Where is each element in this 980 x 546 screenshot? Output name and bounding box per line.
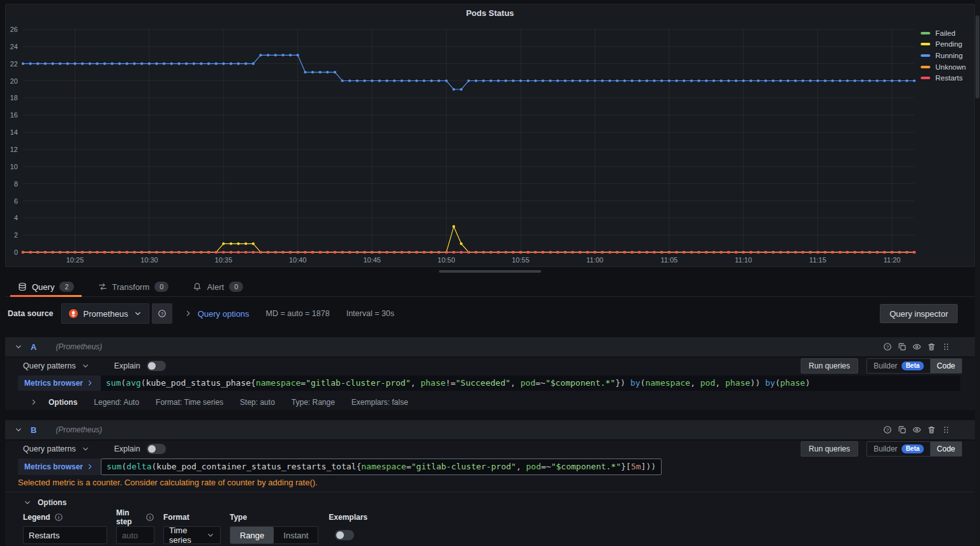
- series-point-running: [59, 63, 61, 65]
- options-summary-item: Exemplars: false: [352, 398, 408, 407]
- run-queries-button[interactable]: Run queries: [801, 358, 859, 374]
- collapse-query-icon[interactable]: [14, 425, 23, 434]
- series-point-running: [505, 79, 507, 82]
- query-help-icon[interactable]: ?: [883, 342, 892, 351]
- svg-text:?: ?: [161, 311, 163, 317]
- datasource-picker[interactable]: Prometheus: [61, 303, 149, 324]
- x-axis-tick: 11:00: [586, 256, 604, 264]
- legend-item-unknown[interactable]: Unknown: [921, 61, 966, 73]
- help-icon: ?: [158, 309, 167, 318]
- series-point-running: [868, 79, 871, 82]
- remove-query-icon[interactable]: [927, 342, 936, 351]
- x-axis-tick: 10:30: [140, 256, 158, 264]
- query-patterns-dropdown[interactable]: Query patterns: [23, 361, 90, 370]
- series-point-running: [839, 79, 842, 82]
- tab-query[interactable]: Query2: [10, 277, 82, 296]
- legend-item-pending[interactable]: Pending: [921, 39, 966, 50]
- explain-toggle[interactable]: [147, 444, 166, 454]
- panel-title[interactable]: Pods Status: [6, 8, 974, 18]
- duplicate-query-icon[interactable]: [898, 425, 907, 434]
- tab-transform[interactable]: Transform0: [91, 277, 177, 296]
- promql-editor-a[interactable]: sum(avg(kube_pod_status_phase{namespace=…: [101, 375, 960, 391]
- legend-swatch: [921, 32, 930, 34]
- query-datasource-hint: (Prometheus): [56, 342, 102, 351]
- exemplars-toggle[interactable]: [335, 530, 354, 540]
- type-option-range[interactable]: Range: [230, 527, 274, 543]
- series-point-running: [527, 79, 530, 82]
- builder-mode-option[interactable]: Builder Beta: [867, 442, 930, 456]
- drag-handle-icon[interactable]: [942, 425, 951, 434]
- series-point-pending: [460, 243, 463, 245]
- series-point-running: [586, 79, 589, 82]
- legend-input[interactable]: [23, 526, 107, 544]
- collapse-query-icon[interactable]: [14, 342, 23, 351]
- metrics-browser-button[interactable]: Metrics browser: [18, 375, 101, 391]
- legend-item-restarts[interactable]: Restarts: [921, 72, 966, 84]
- min-step-input[interactable]: [116, 526, 154, 544]
- counter-warning-text: Selected metric is a counter. Consider c…: [18, 478, 975, 487]
- series-point-restarts: [111, 251, 114, 254]
- options-divider: [5, 492, 975, 492]
- hide-response-icon[interactable]: [912, 342, 921, 351]
- datasource-help-button[interactable]: ?: [152, 303, 172, 324]
- code-mode-option[interactable]: Code: [930, 359, 961, 373]
- series-point-restarts: [274, 251, 277, 254]
- series-point-restarts: [452, 251, 455, 254]
- time-series-chart[interactable]: 0246810121416182022242610:2510:3010:3510…: [6, 4, 976, 268]
- query-options-summary[interactable]: Options Legend: AutoFormat: Time seriesS…: [29, 395, 957, 410]
- scrollbar-thumb[interactable]: [976, 15, 979, 98]
- series-point-running: [408, 79, 410, 82]
- query-help-icon[interactable]: ?: [883, 425, 892, 434]
- legend-field: Legend i: [23, 513, 107, 544]
- query-patterns-dropdown[interactable]: Query patterns: [23, 444, 90, 453]
- hide-response-icon[interactable]: [912, 425, 921, 434]
- series-point-restarts: [408, 251, 410, 254]
- query-row-a-header[interactable]: A (Prometheus) ?: [5, 337, 975, 356]
- pane-resize-handle[interactable]: [439, 270, 541, 273]
- series-point-restarts: [252, 251, 255, 254]
- legend-item-failed[interactable]: Failed: [921, 27, 966, 39]
- tab-alert[interactable]: Alert0: [185, 277, 251, 296]
- x-axis-tick: 11:05: [660, 256, 678, 264]
- query-row-b-header[interactable]: B (Prometheus) ?: [5, 420, 975, 439]
- series-point-running: [289, 54, 292, 56]
- type-option-instant[interactable]: Instant: [274, 527, 318, 543]
- series-point-restarts: [809, 251, 812, 254]
- builder-mode-option[interactable]: Builder Beta: [867, 359, 930, 373]
- query-ref-id[interactable]: B: [31, 425, 36, 435]
- pods-status-panel: 0246810121416182022242610:2510:3010:3510…: [5, 4, 975, 267]
- series-point-running: [705, 79, 708, 82]
- series-point-running: [831, 79, 834, 82]
- format-select[interactable]: Time series: [163, 526, 221, 544]
- query-inspector-button[interactable]: Query inspector: [880, 304, 958, 323]
- legend-item-running[interactable]: Running: [921, 50, 966, 61]
- query-ref-id[interactable]: A: [31, 342, 36, 352]
- series-point-restarts: [200, 251, 202, 254]
- series-point-restarts: [36, 251, 39, 254]
- series-point-running: [653, 79, 655, 82]
- series-point-restarts: [854, 251, 856, 254]
- explain-toggle[interactable]: [147, 361, 166, 371]
- series-point-running: [913, 79, 916, 82]
- series-point-running: [735, 79, 738, 82]
- series-point-running: [259, 54, 262, 56]
- remove-query-icon[interactable]: [927, 425, 936, 434]
- code-mode-option[interactable]: Code: [930, 442, 961, 456]
- series-point-running: [274, 54, 277, 56]
- options-collapse-header[interactable]: Options: [23, 496, 975, 510]
- series-point-restarts: [697, 251, 700, 254]
- query-options-toggle[interactable]: Query options: [198, 309, 249, 319]
- series-point-restarts: [564, 251, 567, 254]
- options-title: Options: [38, 498, 66, 507]
- page-scrollbar[interactable]: [975, 0, 980, 546]
- series-point-pending: [230, 243, 232, 245]
- query-datasource-hint: (Prometheus): [56, 425, 102, 434]
- duplicate-query-icon[interactable]: [898, 342, 907, 351]
- series-point-pending: [222, 243, 225, 245]
- series-point-running: [876, 79, 879, 82]
- run-queries-button[interactable]: Run queries: [801, 441, 859, 457]
- drag-handle-icon[interactable]: [942, 342, 951, 351]
- promql-editor-b[interactable]: sum(delta(kube_pod_container_status_rest…: [101, 459, 662, 475]
- metrics-browser-button[interactable]: Metrics browser: [18, 459, 101, 475]
- query-row-a-body: Query patterns Explain Run queries Build…: [5, 358, 975, 410]
